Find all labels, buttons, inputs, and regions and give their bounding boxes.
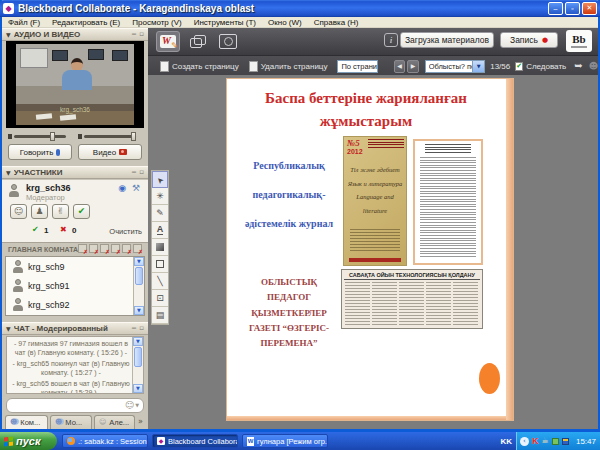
tray-chevron-icon[interactable]: ‹ (520, 437, 529, 446)
chat-tab-room[interactable]: ☻ Ком... (5, 415, 48, 429)
speaker-slider-handle[interactable] (131, 132, 136, 141)
journal-cover-image: №5 2012 Тіл және әдебиет Язык и литерату… (343, 136, 407, 266)
update-tray-icon[interactable] (562, 438, 569, 445)
minimize-button[interactable]: ‒ (548, 2, 563, 15)
video-button[interactable]: Видео (78, 144, 142, 160)
scroll-thumb[interactable] (135, 267, 143, 285)
language-indicator[interactable]: KK (500, 432, 512, 450)
panel-minimize-icon[interactable]: ‒ (131, 325, 136, 332)
emotion-smiley-button[interactable]: ☺ (10, 204, 27, 219)
laser-pointer-tool[interactable]: ✳ (152, 188, 168, 205)
chat-tab-private[interactable]: ☺ Але... (94, 415, 135, 429)
restrict-whiteboard-icon[interactable] (111, 244, 120, 253)
participants-scrollbar[interactable]: ▼ ▼ (133, 257, 144, 315)
dropdown-arrow-icon[interactable]: ▼ (472, 61, 484, 72)
menu-window[interactable]: Окно (W) (262, 18, 308, 27)
filled-shape-tool[interactable] (152, 239, 168, 256)
menu-edit[interactable]: Редактировать (E) (46, 18, 126, 27)
scroll-down-icon[interactable]: ▼ (133, 384, 143, 393)
presentation-slide[interactable]: Баспа беттеріне жарияланған жұмыстарым Р… (226, 78, 514, 421)
menu-help[interactable]: Справка (H) (308, 18, 365, 27)
next-page-button[interactable]: ▶ (407, 60, 418, 73)
info-button[interactable]: i (384, 33, 398, 47)
emoticon-dropdown-icon[interactable]: ▼ (135, 403, 139, 408)
start-button[interactable]: пуск (0, 432, 57, 450)
page-title-dropdown[interactable]: Облысты? педагог ?ызм... ▼ (425, 60, 486, 73)
speaker-slider-track[interactable] (84, 135, 136, 138)
taskbar-task-browser[interactable]: .: sabak.kz : Sessions... (62, 434, 148, 448)
audio-video-header[interactable]: ▼ АУДИО И ВИДЕО ‒ ▫ (2, 28, 148, 41)
tabs-overflow-icon[interactable]: » (138, 418, 143, 426)
app-sharing-mode-button[interactable] (186, 31, 210, 52)
clipart-tool[interactable]: ▤ (152, 307, 168, 324)
text-tool[interactable]: A (152, 222, 168, 239)
panel-detach-icon[interactable]: ▫ (139, 31, 144, 38)
chat-input[interactable]: ☺ ▼ (6, 398, 144, 413)
pencil-tool[interactable]: ✎ (152, 205, 168, 222)
delete-page-button[interactable]: Удалить страницу (249, 61, 328, 72)
select-tool[interactable]: ➤ (152, 171, 168, 188)
participant-row[interactable]: krg_sch91 (6, 276, 144, 295)
chat-scrollbar[interactable]: ▼ ▼ (132, 337, 143, 393)
scroll-down-icon[interactable]: ▼ (134, 306, 144, 315)
panel-detach-icon[interactable]: ▫ (139, 325, 144, 332)
participant-row[interactable]: krg_sch92 (6, 295, 144, 314)
scroll-thumb[interactable] (134, 347, 142, 367)
collapse-icon[interactable]: ▼ (6, 32, 11, 38)
webcam-status-icon[interactable]: ◉ (118, 184, 126, 193)
panel-minimize-icon[interactable]: ‒ (131, 31, 136, 38)
screenshot-tool[interactable]: ⊡ (152, 290, 168, 307)
line-tool[interactable]: ╲ (152, 273, 168, 290)
chat-header[interactable]: ▼ ЧАТ - Модерированный ‒ ▫ (2, 322, 148, 335)
participant-row[interactable]: krg_sch9 (6, 257, 144, 276)
create-page-button[interactable]: Создать страницу (160, 61, 239, 72)
restrict-web-icon[interactable] (133, 244, 142, 253)
restrict-video-icon[interactable] (89, 244, 98, 253)
mic-slider-handle[interactable] (50, 132, 55, 141)
taskbar-task-blackboard[interactable]: ◆ Blackboard Collaborat... (152, 434, 238, 448)
restrict-app-icon[interactable] (122, 244, 131, 253)
collapse-icon[interactable]: ▼ (6, 326, 11, 332)
collapse-icon[interactable]: ▼ (6, 170, 11, 176)
panel-minimize-icon[interactable]: ‒ (131, 169, 136, 176)
menu-file[interactable]: Файл (F) (2, 18, 46, 27)
prev-page-button[interactable]: ◀ (394, 60, 405, 73)
taskbar-task-word[interactable]: W гулнара [Режим огр... (242, 434, 328, 448)
view-mode-dropdown[interactable]: По странице ▼ (337, 60, 377, 73)
emoticon-picker-icon[interactable]: ☺ (125, 401, 134, 410)
whiteboard-mode-button[interactable]: W ✎ (156, 31, 180, 52)
mic-slider-track[interactable] (14, 135, 66, 138)
follow-checkbox[interactable]: ✔ (515, 62, 523, 71)
scroll-up-icon[interactable]: ▼ (134, 257, 144, 266)
microphone-slider[interactable] (8, 130, 66, 142)
send-to-icon[interactable]: ➥ (574, 61, 582, 71)
raise-hand-button[interactable]: ✌ (52, 204, 69, 219)
java-tray-icon[interactable]: ☕ (542, 437, 549, 445)
record-button[interactable]: Запись ● (500, 32, 558, 48)
tools-status-icon[interactable]: ⚒ (132, 184, 140, 193)
restrict-chat-icon[interactable] (100, 244, 109, 253)
restrict-audio-icon[interactable] (78, 244, 87, 253)
maximize-button[interactable]: ▫ (565, 2, 580, 15)
whiteboard-canvas[interactable]: ➤ ✳ ✎ A ╲ ⊡ ▤ Баспа беттеріне жарияланға… (148, 75, 598, 429)
web-tour-mode-button[interactable] (216, 31, 240, 52)
chat-tab-moderators[interactable]: ☻ Мо... (50, 415, 92, 429)
step-away-button[interactable]: ♟ (31, 204, 48, 219)
clear-link[interactable]: Очистить (109, 227, 142, 236)
title-bar[interactable]: ◆ Blackboard Collaborate - Karagandinska… (0, 0, 600, 17)
poll-check-button[interactable]: ✔ (73, 204, 90, 219)
panel-detach-icon[interactable]: ▫ (139, 169, 144, 176)
close-button[interactable]: ✕ (582, 2, 597, 15)
view-mode-value: По странице (341, 62, 377, 71)
scroll-up-icon[interactable]: ▼ (133, 337, 143, 346)
chat-messages[interactable]: - 97 гимназия 97 гимназия вошел в чат (в… (6, 336, 144, 394)
menu-tools[interactable]: Инструменты (T) (188, 18, 262, 27)
shape-outline-tool[interactable] (152, 256, 168, 273)
network-tray-icon[interactable] (552, 438, 559, 445)
antivirus-tray-icon[interactable]: K (532, 436, 539, 446)
participants-header[interactable]: ▼ УЧАСТНИКИ ‒ ▫ (2, 166, 148, 179)
speaker-slider[interactable] (78, 130, 136, 142)
upload-materials-button[interactable]: Загрузка материалов (400, 32, 494, 48)
talk-button[interactable]: Говорить (8, 144, 72, 160)
menu-view[interactable]: Просмотр (V) (126, 18, 187, 27)
